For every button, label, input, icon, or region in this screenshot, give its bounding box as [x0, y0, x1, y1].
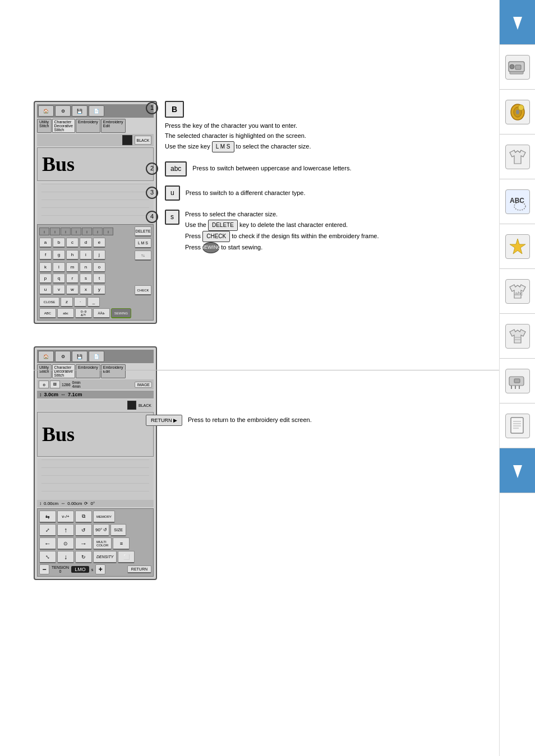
key-ABC[interactable]: ABC — [39, 308, 56, 318]
home-icon-2[interactable]: 🏠 — [38, 351, 54, 362]
copy-btn[interactable]: ⧉ — [75, 511, 92, 523]
key-w[interactable]: w — [66, 285, 79, 295]
sidebar-item-thread[interactable] — [500, 90, 535, 134]
kb-row-5-area: u v w x y CHECK — [39, 285, 151, 296]
key-l[interactable]: l — [53, 262, 65, 272]
sidebar-item-star[interactable] — [500, 224, 535, 269]
sidebar-tab-top[interactable] — [500, 0, 535, 45]
key-i[interactable]: i — [80, 250, 92, 260]
key-j[interactable]: j — [93, 250, 105, 260]
tension-plus-btn[interactable]: + — [95, 564, 105, 574]
up-btn[interactable]: ↑ — [57, 524, 74, 536]
home-icon[interactable]: 🏠 — [38, 105, 54, 117]
svg-marker-25 — [513, 465, 522, 478]
key-underscore[interactable]: _ — [87, 297, 100, 307]
key-e[interactable]: e — [93, 238, 105, 248]
multicolor-btn[interactable]: MULTICOLOR — [93, 537, 112, 550]
key-x[interactable]: x — [80, 285, 92, 295]
stitch-type-btn[interactable]: ≡ — [113, 537, 130, 550]
key-close[interactable]: CLOSE — [39, 297, 59, 307]
key-v[interactable]: v — [53, 285, 65, 295]
return-key-btn[interactable]: RETURN ▶ — [146, 415, 182, 426]
check-inline-btn[interactable]: CHECK — [202, 231, 230, 242]
key-b[interactable]: b — [53, 238, 65, 248]
tab2-embroidery[interactable]: Embroidery — [76, 364, 100, 378]
sidebar-item-shirt[interactable] — [500, 134, 535, 179]
key-p[interactable]: p — [39, 273, 52, 284]
density-btn[interactable]: DENSITY — [93, 551, 117, 563]
key-y[interactable]: y — [93, 285, 105, 295]
svg-text:abc: abc — [515, 291, 523, 296]
image-btn[interactable]: IMAGE — [135, 382, 152, 388]
document-header-icon[interactable]: 📄 — [89, 105, 104, 117]
key-h[interactable]: h — [66, 250, 79, 260]
pos-angle-val: 0° — [90, 501, 95, 506]
tab2-utility[interactable]: UtilityStitch — [37, 364, 52, 378]
sidebar-item-document[interactable] — [500, 403, 535, 448]
rotate-btn[interactable]: ↺ — [75, 524, 92, 536]
memory-icon[interactable]: 💾 — [72, 105, 87, 117]
sidebar-item-shirt-alt[interactable] — [500, 314, 535, 359]
key-numbers[interactable]: 0~9&?! — [75, 308, 92, 318]
sidebar-item-sewing-alt[interactable] — [500, 359, 535, 403]
step-4-button[interactable]: s — [165, 210, 179, 225]
key-dot[interactable]: · — [74, 297, 86, 307]
return-btn[interactable]: RETURN — [127, 565, 151, 573]
key-n[interactable]: n — [80, 262, 92, 272]
step-2-button[interactable]: abc — [165, 161, 187, 177]
document-header-icon-2[interactable]: 📄 — [89, 351, 104, 362]
tension-minus-btn[interactable]: − — [39, 564, 49, 574]
key-k[interactable]: k — [39, 262, 52, 272]
left-btn[interactable]: ← — [39, 537, 56, 550]
rotate2-btn[interactable]: ↻ — [75, 551, 92, 563]
key-f[interactable]: f — [39, 250, 52, 260]
key-r[interactable]: r — [66, 273, 79, 284]
sewing-inline-btn[interactable]: SEWING — [202, 242, 219, 253]
flip-btn[interactable]: ⇆ — [39, 511, 56, 523]
density-center-btn[interactable]: ⊙ — [57, 537, 74, 550]
90-rotate-btn[interactable]: 90° ↺ — [93, 524, 109, 536]
key-t[interactable]: t — [93, 273, 105, 284]
settings-icon-2[interactable]: ⚙ — [55, 351, 71, 362]
key-s[interactable]: s — [80, 273, 92, 284]
sidebar-tab-bottom[interactable] — [500, 448, 535, 493]
key-abc-lower[interactable]: abc — [57, 308, 74, 318]
tab-character[interactable]: CharacterDecorativeStitch — [52, 119, 75, 133]
v-plus-btn[interactable]: v-/+ — [57, 511, 74, 523]
delete-inline-btn[interactable]: DELETE — [208, 220, 238, 231]
key-c[interactable]: c — [66, 238, 79, 248]
tab2-character[interactable]: CharacterDecorativeStitch — [52, 364, 75, 378]
key-special-chars[interactable]: ÄÃä· — [93, 308, 110, 318]
size-ctrl-btn[interactable]: SIZE — [110, 524, 126, 536]
key-u[interactable]: u — [39, 285, 52, 295]
frame-btn[interactable]: ⬜ — [118, 551, 135, 563]
right-btn[interactable]: → — [75, 537, 92, 550]
tab-embroidery-edit[interactable]: EmbroideryEdit — [101, 119, 126, 133]
down-btn[interactable]: ↓ — [57, 551, 74, 563]
key-g[interactable]: g — [53, 250, 65, 260]
step-1-button[interactable]: B — [165, 101, 184, 118]
lms-inline-btn[interactable]: L M S — [212, 141, 234, 152]
key-d[interactable]: d — [80, 238, 92, 248]
key-z[interactable]: z — [61, 297, 73, 307]
key-a[interactable]: a — [39, 238, 52, 248]
check-btn[interactable]: CHECK — [135, 285, 151, 295]
sidebar-item-abc[interactable]: ABC — [500, 179, 535, 224]
tab-embroidery[interactable]: Embroidery — [76, 119, 100, 133]
memory-icon-2[interactable]: 💾 — [72, 351, 87, 362]
key-o[interactable]: o — [93, 262, 105, 272]
tab2-embroidery-edit[interactable]: EmbroideryEdit — [101, 364, 126, 378]
sidebar-item-sewing[interactable] — [500, 45, 535, 90]
select-btn[interactable]: ⤢ — [39, 524, 56, 536]
step-3-button[interactable]: u — [165, 185, 180, 201]
cursor-6: ↕ — [93, 228, 103, 235]
select2-btn[interactable]: ⤡ — [39, 551, 56, 563]
settings-icon[interactable]: ⚙ — [55, 105, 71, 117]
sewing-btn[interactable]: SEWING — [111, 308, 131, 318]
tab-utility[interactable]: UtilityStitch — [37, 119, 52, 133]
key-m[interactable]: m — [66, 262, 79, 272]
memory-ctrl-btn[interactable]: MEMORY — [93, 511, 115, 523]
tension-return-row: − TENSION0 LMO s + RETURN — [39, 564, 151, 574]
sidebar-item-shirt-deco[interactable]: abc — [500, 269, 535, 314]
key-q[interactable]: q — [53, 273, 65, 284]
